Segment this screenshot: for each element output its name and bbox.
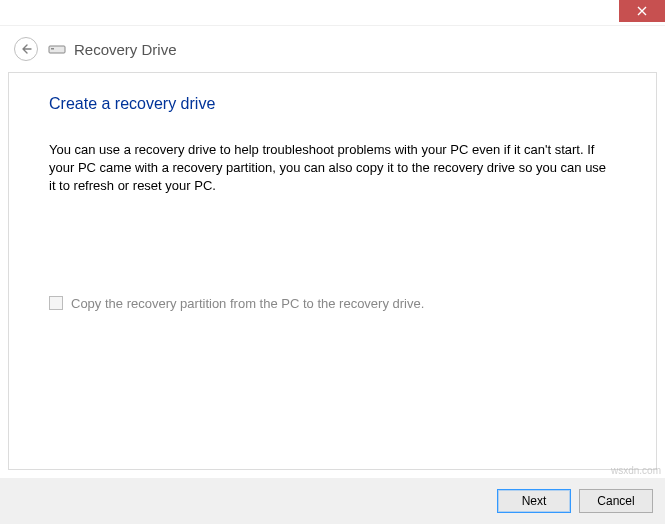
copy-partition-option: Copy the recovery partition from the PC … (49, 296, 616, 311)
page-heading: Create a recovery drive (49, 95, 616, 113)
header-bar: Recovery Drive (0, 26, 665, 72)
svg-rect-1 (51, 48, 54, 50)
titlebar (0, 0, 665, 26)
content-frame: Create a recovery drive You can use a re… (8, 72, 657, 470)
close-button[interactable] (619, 0, 665, 22)
drive-icon (48, 42, 66, 56)
body-text: You can use a recovery drive to help tro… (49, 141, 616, 196)
copy-partition-label: Copy the recovery partition from the PC … (71, 296, 424, 311)
back-button[interactable] (14, 37, 38, 61)
app-title: Recovery Drive (74, 41, 177, 58)
watermark: wsxdn.com (611, 465, 661, 476)
close-icon (637, 6, 647, 16)
back-arrow-icon (20, 43, 32, 55)
footer-bar: Next Cancel (0, 478, 665, 524)
copy-partition-checkbox (49, 296, 63, 310)
next-button[interactable]: Next (497, 489, 571, 513)
cancel-button[interactable]: Cancel (579, 489, 653, 513)
